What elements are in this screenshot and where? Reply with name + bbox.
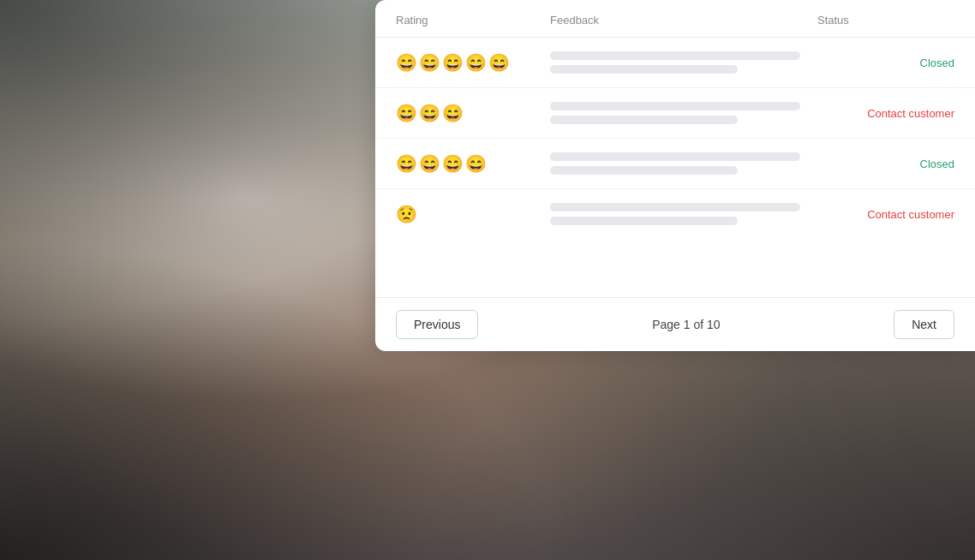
feedback-bar-short	[550, 116, 738, 124]
emoji-3: 😄	[442, 52, 464, 73]
feedback-bar-long	[550, 152, 800, 161]
emoji-5: 😄	[488, 52, 510, 73]
table-row: 😄 😄 😄 😄 Closed	[375, 139, 975, 189]
table-header: Rating Feedback Status	[375, 0, 975, 38]
rating-cell: 😄 😄 😄 😄 😄	[396, 52, 550, 73]
rating-cell: 😟	[396, 204, 550, 224]
feedback-bar-short	[550, 217, 738, 225]
feedback-bar-long	[550, 102, 800, 110]
emoji-2: 😄	[419, 153, 440, 174]
emoji-1: 😄	[396, 103, 417, 123]
emoji-2: 😄	[419, 52, 440, 73]
emoji-2: 😄	[419, 103, 440, 123]
emoji-1: 😄	[396, 52, 417, 73]
feedback-bar-short	[550, 65, 738, 74]
status-badge: Contact customer	[817, 208, 954, 221]
status-badge: Closed	[817, 57, 954, 69]
status-badge: Closed	[817, 158, 954, 170]
feedback-table-card: Rating Feedback Status 😄 😄 😄 😄 😄 Closed …	[375, 0, 975, 351]
next-button[interactable]: Next	[894, 310, 954, 339]
table-body: 😄 😄 😄 😄 😄 Closed 😄 😄 😄	[375, 38, 975, 297]
table-row: 😄 😄 😄 😄 😄 Closed	[375, 38, 975, 88]
feedback-bar-long	[550, 51, 800, 60]
feedback-cell	[550, 203, 817, 225]
feedback-cell	[550, 152, 817, 175]
emoji-1: 😟	[396, 204, 417, 224]
emoji-1: 😄	[396, 153, 417, 174]
feedback-cell	[550, 102, 817, 124]
emoji-3: 😄	[442, 103, 464, 123]
feedback-bar-long	[550, 203, 800, 211]
table-row: 😟 Contact customer	[375, 189, 975, 239]
table-row: 😄 😄 😄 Contact customer	[375, 88, 975, 139]
emoji-4: 😄	[465, 153, 487, 174]
feedback-cell	[550, 51, 817, 74]
previous-button[interactable]: Previous	[396, 310, 478, 339]
feedback-bar-short	[550, 166, 738, 175]
status-badge: Contact customer	[817, 107, 954, 120]
feedback-column-header: Feedback	[550, 14, 817, 27]
rating-cell: 😄 😄 😄	[396, 103, 550, 123]
page-info: Page 1 of 10	[652, 318, 720, 331]
rating-cell: 😄 😄 😄 😄	[396, 153, 550, 174]
table-footer: Previous Page 1 of 10 Next	[375, 297, 975, 351]
status-column-header: Status	[817, 14, 954, 27]
rating-column-header: Rating	[396, 14, 550, 27]
emoji-3: 😄	[442, 153, 464, 174]
emoji-4: 😄	[465, 52, 487, 73]
